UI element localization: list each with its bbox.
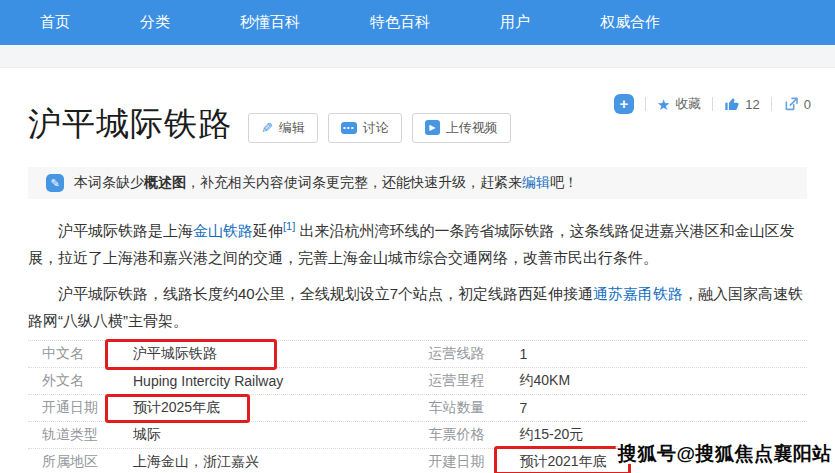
pencil-icon: ✎ [261,121,273,135]
divider [645,97,646,111]
upload-video-label: 上传视频 [446,119,498,137]
infobox-left-column: 中文名 沪平城际铁路 外文名 Huping Intercity Railway … [28,341,418,473]
entry-actions: + ★ 收藏 12 0 [614,94,811,114]
infobox-row-lines: 运营线路 1 [418,341,808,368]
tongsujiayong-railway-link[interactable]: 通苏嘉甬铁路 [593,285,683,302]
title-buttons: ✎ 编辑 ••• 讨论 ▶ 上传视频 [248,113,511,143]
notice-bar: ✎ 本词条缺少概述图，补充相关内容使词条更完整，还能快速升级，赶紧来编辑吧！ [28,167,807,199]
baike-entry-page: 首页 分类 秒懂百科 特色百科 用户 权威合作 + ★ 收藏 12 0 [0,0,835,473]
infobox-row-track-type: 轨道类型 城际 [28,422,418,449]
discuss-button[interactable]: ••• 讨论 [328,113,402,143]
add-button[interactable]: + [614,94,634,114]
share-count: 0 [804,97,811,112]
speech-bubble-icon: ••• [341,122,357,134]
nav-item-miaodong[interactable]: 秒懂百科 [240,13,300,32]
discuss-button-label: 讨论 [363,119,389,137]
sohu-watermark: 搜狐号@搜狐焦点襄阳站 [618,441,832,467]
play-icon: ▶ [425,120,440,135]
star-icon: ★ [657,97,670,112]
thumb-up-icon [724,96,740,112]
share-button[interactable]: 0 [783,96,811,112]
edit-button-label: 编辑 [279,119,305,137]
header-substrip [0,45,835,68]
divider [712,97,713,111]
favorite-button[interactable]: ★ 收藏 [657,95,701,113]
notice-edit-link[interactable]: 编辑 [522,174,550,190]
like-count: 12 [745,97,759,112]
article-paragraph-2: 沪平城际铁路，线路长度约40公里，全线规划设立7个站点，初定线路西延伸接通通苏嘉… [28,280,807,334]
top-nav: 首页 分类 秒懂百科 特色百科 用户 权威合作 [0,0,835,45]
infobox-row-region: 所属地区 上海金山，浙江嘉兴 [28,449,418,473]
nav-item-home[interactable]: 首页 [40,13,70,32]
divider [771,97,772,111]
jinshan-railway-link[interactable]: 金山铁路 [193,222,253,239]
like-button[interactable]: 12 [724,96,759,112]
edit-pencil-badge-icon: ✎ [46,174,64,192]
infobox-row-mileage: 运营里程 约40KM [418,368,808,395]
nav-item-featured[interactable]: 特色百科 [370,13,430,32]
nav-item-category[interactable]: 分类 [140,13,170,32]
nav-item-cooperation[interactable]: 权威合作 [600,13,660,32]
reference-1-link[interactable]: [1] [283,220,295,232]
entry-content: + ★ 收藏 12 0 沪平城际铁路 ✎ 编辑 [0,68,835,473]
share-icon [783,96,799,112]
infobox-row-station-count: 车站数量 7 [418,395,808,422]
article-paragraph-1: 沪平城际铁路是上海金山铁路延伸[1] 出来沿杭州湾环线的一条跨省城际铁路，这条线… [28,213,807,271]
favorite-label: 收藏 [675,95,701,113]
edit-button[interactable]: ✎ 编辑 [248,113,318,143]
notice-text: 本词条缺少概述图，补充相关内容使词条更完整，还能快速升级，赶紧来编辑吧！ [74,174,578,192]
nav-item-user[interactable]: 用户 [500,13,530,32]
upload-video-button[interactable]: ▶ 上传视频 [412,113,511,143]
infobox-row-chinese-name: 中文名 沪平城际铁路 [28,341,418,368]
infobox-row-foreign-name: 外文名 Huping Intercity Railway [28,368,418,395]
page-title: 沪平城际铁路 [28,102,232,147]
infobox-row-opening-date: 开通日期 预计2025年底 [28,395,418,422]
